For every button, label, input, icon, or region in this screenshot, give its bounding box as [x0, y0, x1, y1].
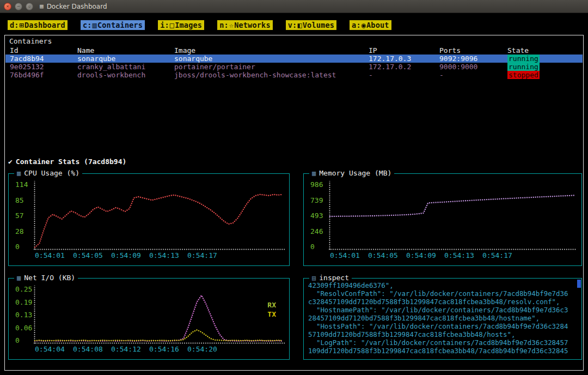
- y-tick-label: 986: [310, 181, 323, 188]
- table-row[interactable]: 9e025132 cranky_albattani portainer/port…: [5, 63, 583, 71]
- about-icon: ◉: [362, 21, 366, 29]
- x-tick-label: 0:54:13: [444, 251, 474, 259]
- cell-ports: 9000:9000: [439, 63, 507, 71]
- legend-item: TX: [267, 310, 276, 319]
- x-tick-label: 0:54:08: [73, 345, 103, 353]
- tab-networks[interactable]: n:☆Networks: [217, 20, 273, 30]
- col-ip: IP: [369, 46, 439, 55]
- containers-panel-title: Containers: [9, 37, 52, 45]
- inspect-line: "LogPath": "/var/lib/docker/containers/7…: [308, 338, 575, 347]
- cell-image: jboss/drools-workbench-showcase:latest: [174, 71, 369, 79]
- inspect-line: 28457109dd7120bd7588f3b1299847cac818fcbe…: [308, 314, 575, 322]
- maximize-button[interactable]: ▫: [26, 3, 33, 10]
- x-tick-label: 0:54:20: [187, 345, 217, 353]
- memory-y-axis: 9867394932460: [310, 181, 328, 250]
- y-tick-label: 0.13: [15, 311, 32, 318]
- inspect-scrollbar[interactable]: [577, 280, 581, 288]
- x-tick-label: 0:54:09: [406, 251, 436, 259]
- tab-containers[interactable]: c:▥Containers: [81, 20, 145, 30]
- cell-image: portainer/portainer: [174, 63, 369, 71]
- net-x-axis: 0:54:040:54:080:54:120:54:160:54:20: [34, 345, 287, 354]
- x-tick-label: 0:54:09: [111, 251, 141, 259]
- y-tick-label: 0.19: [15, 299, 32, 306]
- net-chart: [34, 286, 285, 344]
- col-ports: Ports: [439, 46, 507, 55]
- terminal-area: d:⊞Dashboard c:▥Containers i:□Images n:☆…: [0, 13, 588, 375]
- tab-key: a: [352, 21, 356, 29]
- cell-ip: 172.17.0.2: [369, 63, 439, 71]
- x-tick-label: 0:54:04: [35, 345, 65, 353]
- y-tick-label: 57: [15, 212, 24, 219]
- tab-key: v: [288, 21, 292, 29]
- cell-name: cranky_albattani: [77, 63, 174, 71]
- col-image: Image: [174, 46, 369, 55]
- cell-id: 7acd8b94: [10, 55, 77, 63]
- net-io-panel: ▦Net I/O (KB) 0.250.190.130.060 RXTX 0:5…: [8, 278, 290, 360]
- terminal-icon: ▦: [40, 3, 44, 10]
- net-panel-title: Net I/O (KB): [24, 274, 75, 282]
- window-title: Docker Dashboard: [47, 3, 107, 10]
- x-tick-label: 0:54:17: [187, 251, 217, 259]
- cell-ip: 172.17.0.3: [369, 55, 439, 63]
- inspect-line: 57109dd7120bd7588f3b1299847cac818fcbea3b…: [308, 330, 575, 338]
- dashboard-icon: ⊞: [20, 21, 24, 29]
- table-header: Id Name Image IP Ports State: [5, 46, 583, 55]
- container-stats-toggle[interactable]: ✔Container Stats (7acd8b94): [8, 158, 126, 166]
- cpu-usage-panel: ▦CPU Usage (%) 1148557280 0:54:010:54:05…: [8, 173, 290, 266]
- col-state: State: [507, 46, 583, 55]
- x-tick-label: 0:54:12: [111, 345, 141, 353]
- x-tick-label: 0:54:17: [482, 251, 512, 259]
- tab-bar: d:⊞Dashboard c:▥Containers i:□Images n:☆…: [8, 20, 391, 30]
- y-tick-label: 0.06: [15, 324, 32, 331]
- memory-x-axis: 0:54:010:54:050:54:090:54:130:54:17: [329, 251, 579, 260]
- tab-images[interactable]: i:□Images: [158, 20, 204, 30]
- cell-id: 9e025132: [10, 63, 77, 71]
- containers-icon: ▥: [93, 21, 97, 29]
- cell-id: 76bd496f: [10, 71, 77, 79]
- minimize-button[interactable]: –: [15, 3, 22, 10]
- tab-about[interactable]: a:◉About: [350, 20, 391, 30]
- tab-dashboard[interactable]: d:⊞Dashboard: [8, 20, 68, 30]
- container-stats-label: Container Stats (7acd8b94): [16, 158, 127, 166]
- col-name: Name: [77, 46, 174, 55]
- status-badge: running: [507, 55, 540, 63]
- y-tick-label: 739: [310, 197, 323, 204]
- inspect-panel-title: inspect: [319, 274, 349, 282]
- cell-state: running: [507, 63, 583, 71]
- x-tick-label: 0:54:16: [149, 345, 179, 353]
- titlebar: ✕ – ▫ ▦ Docker Dashboard: [0, 0, 588, 13]
- table-row[interactable]: 76bd496f drools-workbench jboss/drools-w…: [5, 71, 583, 79]
- x-tick-label: 0:54:01: [35, 251, 65, 259]
- cell-ip: -: [369, 71, 439, 79]
- y-tick-label: 493: [310, 212, 323, 219]
- cpu-panel-title: CPU Usage (%): [24, 169, 79, 177]
- x-tick-label: 0:54:05: [368, 251, 398, 259]
- document-icon: ▤: [312, 274, 316, 282]
- cell-ports: -: [439, 71, 507, 79]
- legend-item: RX: [267, 300, 276, 310]
- inspect-line: "HostnamePath": "/var/lib/docker/contain…: [308, 306, 575, 314]
- containers-panel: Containers Id Name Image IP Ports State …: [4, 35, 584, 371]
- inspect-line: 109dd7120bd7588f3b1299847cac818fcbea3bb4…: [308, 347, 575, 355]
- tab-label: Networks: [234, 21, 271, 29]
- tab-label: Volumes: [303, 21, 334, 29]
- x-tick-label: 0:54:05: [73, 251, 103, 259]
- close-button[interactable]: ✕: [4, 3, 11, 10]
- net-y-axis: 0.250.190.130.060: [15, 286, 33, 344]
- inspect-body: 42309ff109496de6376", "ResolvConfPath": …: [308, 281, 575, 357]
- tab-volumes[interactable]: v:◧Volumes: [286, 20, 336, 30]
- status-badge: running: [507, 63, 540, 71]
- memory-usage-panel: ▦Memory Usage (MB) 9867394932460 0:54:01…: [303, 173, 582, 266]
- table-row[interactable]: 7acd8b94 sonarqube sonarqube 172.17.0.3 …: [5, 55, 583, 63]
- tab-label: Containers: [97, 21, 143, 29]
- cell-ports: 9092:9096: [439, 55, 507, 63]
- app-window: ✕ – ▫ ▦ Docker Dashboard d:⊞Dashboard c:…: [0, 0, 588, 375]
- chart-icon: ▦: [17, 274, 21, 282]
- y-tick-label: 28: [15, 228, 24, 235]
- tab-label: Dashboard: [24, 21, 65, 29]
- memory-panel-title: Memory Usage (MB): [319, 169, 391, 177]
- status-badge: stopped: [507, 71, 540, 79]
- tab-label: About: [366, 21, 389, 29]
- inspect-line: "ResolvConfPath": "/var/lib/docker/conta…: [308, 289, 575, 298]
- inspect-line: c328457109dd7120bd7588f3b1299847cac818fc…: [308, 298, 575, 306]
